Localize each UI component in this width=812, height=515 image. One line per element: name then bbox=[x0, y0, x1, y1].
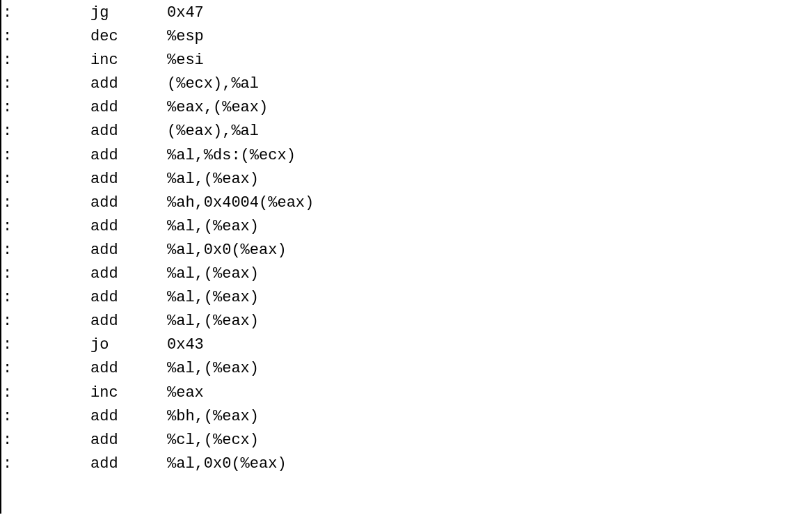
asm-line: :add%al,(%eax) bbox=[3, 168, 812, 191]
line-marker: : bbox=[3, 49, 15, 72]
mnemonic: inc bbox=[90, 381, 167, 405]
mnemonic: add bbox=[90, 191, 167, 215]
line-marker: : bbox=[3, 429, 15, 452]
asm-line: :dec%esp bbox=[3, 25, 812, 49]
operands: %cl,(%ecx) bbox=[167, 429, 259, 452]
operands: 0x47 bbox=[167, 1, 204, 25]
mnemonic: add bbox=[90, 144, 167, 168]
operands: %eax,(%eax) bbox=[167, 96, 268, 120]
line-marker: : bbox=[3, 381, 15, 405]
line-marker: : bbox=[3, 191, 15, 215]
asm-line: :add%al,0x0(%eax) bbox=[3, 239, 812, 262]
line-marker: : bbox=[3, 286, 15, 310]
mnemonic: add bbox=[90, 72, 167, 96]
line-marker: : bbox=[3, 168, 15, 191]
operands: %ah,0x4004(%eax) bbox=[167, 191, 314, 215]
mnemonic: add bbox=[90, 310, 167, 333]
line-marker: : bbox=[3, 215, 15, 239]
asm-line: :add%al,(%eax) bbox=[3, 286, 812, 310]
line-marker: : bbox=[3, 239, 15, 262]
mnemonic: dec bbox=[90, 25, 167, 49]
operands: %bh,(%eax) bbox=[167, 405, 259, 429]
operands: %eax bbox=[167, 381, 204, 405]
mnemonic: add bbox=[90, 286, 167, 310]
line-marker: : bbox=[3, 1, 15, 25]
line-marker: : bbox=[3, 72, 15, 96]
mnemonic: jo bbox=[90, 333, 167, 357]
asm-line: :add%al,(%eax) bbox=[3, 215, 812, 239]
line-marker: : bbox=[3, 405, 15, 429]
line-marker: : bbox=[3, 96, 15, 120]
asm-line: :add%al,0x0(%eax) bbox=[3, 452, 812, 476]
operands: %al,(%eax) bbox=[167, 357, 259, 381]
asm-line: :add%ah,0x4004(%eax) bbox=[3, 191, 812, 215]
operands: %al,(%eax) bbox=[167, 286, 259, 310]
operands: %al,%ds:(%ecx) bbox=[167, 144, 296, 168]
operands: (%ecx),%al bbox=[167, 72, 259, 96]
asm-line: :jg0x47 bbox=[3, 1, 812, 25]
operands: %al,0x0(%eax) bbox=[167, 239, 287, 262]
asm-line: :jo0x43 bbox=[3, 333, 812, 357]
operands: %al,(%eax) bbox=[167, 262, 259, 286]
line-marker: : bbox=[3, 452, 15, 476]
operands: %al,(%eax) bbox=[167, 310, 259, 333]
asm-line: :add%al,(%eax) bbox=[3, 357, 812, 381]
mnemonic: add bbox=[90, 168, 167, 191]
mnemonic: inc bbox=[90, 49, 167, 72]
asm-line: :add%bh,(%eax) bbox=[3, 405, 812, 429]
operands: 0x43 bbox=[167, 333, 204, 357]
mnemonic: add bbox=[90, 429, 167, 452]
mnemonic: add bbox=[90, 215, 167, 239]
asm-line: :inc%eax bbox=[3, 381, 812, 405]
mnemonic: add bbox=[90, 96, 167, 120]
line-marker: : bbox=[3, 333, 15, 357]
operands: %esp bbox=[167, 25, 204, 49]
line-marker: : bbox=[3, 357, 15, 381]
operands: %al,0x0(%eax) bbox=[167, 452, 287, 476]
asm-line: :add%cl,(%ecx) bbox=[3, 429, 812, 452]
mnemonic: add bbox=[90, 120, 167, 143]
mnemonic: add bbox=[90, 357, 167, 381]
line-marker: : bbox=[3, 25, 15, 49]
line-marker: : bbox=[3, 120, 15, 143]
mnemonic: add bbox=[90, 239, 167, 262]
mnemonic: jg bbox=[90, 1, 167, 25]
mnemonic: add bbox=[90, 262, 167, 286]
operands: %al,(%eax) bbox=[167, 168, 259, 191]
asm-line: :add%al,(%eax) bbox=[3, 310, 812, 333]
asm-line: :add%eax,(%eax) bbox=[3, 96, 812, 120]
line-marker: : bbox=[3, 262, 15, 286]
asm-line: :inc%esi bbox=[3, 49, 812, 72]
asm-line: :add(%ecx),%al bbox=[3, 72, 812, 96]
asm-line: :add%al,(%eax) bbox=[3, 262, 812, 286]
operands: %al,(%eax) bbox=[167, 215, 259, 239]
mnemonic: add bbox=[90, 452, 167, 476]
operands: (%eax),%al bbox=[167, 120, 259, 143]
line-marker: : bbox=[3, 310, 15, 333]
operands: %esi bbox=[167, 49, 204, 72]
disassembly-listing: :jg0x47 :dec%esp :inc%esi :add(%ecx),%al… bbox=[0, 0, 812, 514]
asm-line: :add%al,%ds:(%ecx) bbox=[3, 144, 812, 168]
asm-line: :add(%eax),%al bbox=[3, 120, 812, 143]
mnemonic: add bbox=[90, 405, 167, 429]
line-marker: : bbox=[3, 144, 15, 168]
